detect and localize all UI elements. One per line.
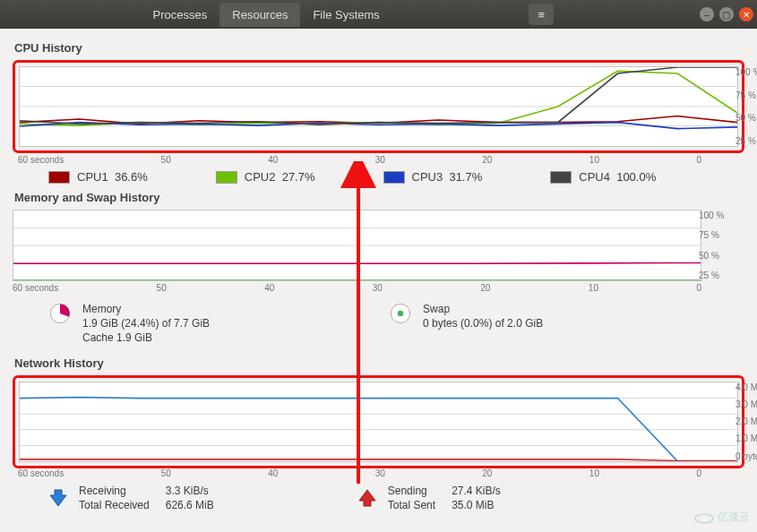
svg-marker-14: [359, 490, 375, 506]
ytick: 1.0 MiB/s: [735, 433, 757, 443]
download-arrow-icon: [48, 488, 68, 508]
swatch-icon: [48, 171, 70, 184]
xtick: 60 seconds: [18, 468, 64, 478]
watermark: 亿速云: [694, 510, 750, 525]
ytick: 100 %: [735, 67, 757, 77]
ytick: 25 %: [735, 136, 757, 146]
swatch-icon: [383, 171, 405, 184]
xtick: 50: [157, 283, 167, 293]
receiving-item: Receiving 3.3 KiB/s Total Received 626.6…: [48, 484, 214, 512]
titlebar: Processes Resources File Systems ≡ – ▢ ✕: [0, 0, 757, 29]
tab-bar: Processes Resources File Systems: [141, 3, 392, 27]
ytick: 50 %: [735, 113, 757, 123]
send-total-label: Total Sent: [388, 498, 435, 512]
cpu-legend: CPU1 36.6%CPU2 27.7%CPU3 31.7%CPU4 100.0…: [13, 165, 744, 187]
memory-item: Memory 1.9 GiB (24.4%) of 7.7 GiB Cache …: [48, 302, 210, 346]
swatch-icon: [216, 171, 237, 184]
mem-yaxis: 100 % 75 % 50 % 25 %: [699, 210, 738, 280]
recv-total: 626.6 MiB: [166, 498, 214, 512]
cpu-chart-svg: [20, 67, 737, 146]
ytick: 4.0 MiB/s: [735, 382, 757, 392]
xtick: 50: [161, 155, 171, 165]
ytick: 100 %: [699, 210, 738, 220]
close-button[interactable]: ✕: [739, 7, 753, 21]
xtick: 10: [589, 283, 598, 293]
xtick: 30: [373, 283, 383, 293]
xtick: 20: [480, 283, 490, 293]
xtick: 10: [589, 155, 599, 165]
svg-point-8: [398, 311, 404, 317]
cpu-xaxis: 60 seconds50403020100: [13, 155, 744, 165]
ytick: 25 %: [699, 270, 738, 280]
legend-label: CPU1 36.6%: [77, 170, 148, 184]
ytick: 2.0 MiB/s: [735, 416, 757, 426]
xtick: 0: [696, 468, 701, 478]
tab-processes[interactable]: Processes: [141, 3, 220, 27]
xtick: 0: [696, 155, 701, 165]
cpu-yaxis: 100 % 75 % 50 % 25 %: [735, 67, 757, 146]
memory-label: Memory: [82, 302, 210, 316]
ytick: 3.0 MiB/s: [735, 399, 757, 409]
xtick: 20: [482, 468, 492, 478]
window-controls: – ▢ ✕: [700, 7, 753, 21]
xtick: 30: [375, 468, 385, 478]
net-xaxis: 60 seconds50403020100: [13, 468, 744, 478]
memory-detail: 1.9 GiB (24.4%) of 7.7 GiB: [82, 316, 210, 330]
swap-label: Swap: [423, 302, 543, 316]
tab-resources[interactable]: Resources: [219, 3, 300, 27]
cpu-legend-item[interactable]: CPU4 100.0%: [550, 170, 709, 184]
cloud-icon: [694, 511, 714, 524]
ytick: 75 %: [735, 90, 757, 100]
mem-chart: 100 % 75 % 50 % 25 %: [13, 210, 701, 281]
ytick: 0 bytes/s: [735, 451, 757, 461]
svg-marker-13: [50, 490, 66, 506]
legend-label: CPU2 27.7%: [245, 170, 315, 184]
net-yaxis: 4.0 MiB/s 3.0 MiB/s 2.0 MiB/s 1.0 MiB/s …: [735, 382, 757, 461]
send-label: Sending: [388, 484, 435, 498]
swatch-icon: [550, 171, 572, 184]
mem-legend: Memory 1.9 GiB (24.4%) of 7.7 GiB Cache …: [13, 295, 744, 353]
ytick: 50 %: [699, 251, 738, 261]
swap-detail: 0 bytes (0.0%) of 2.0 GiB: [423, 316, 543, 330]
menu-button[interactable]: ≡: [529, 4, 554, 25]
sending-item: Sending 27.4 KiB/s Total Sent 35.0 MiB: [357, 484, 501, 512]
cpu-legend-item[interactable]: CPU1 36.6%: [48, 170, 207, 184]
xtick: 20: [482, 155, 492, 165]
xtick: 0: [696, 283, 701, 293]
legend-label: CPU4 100.0%: [579, 170, 656, 184]
xtick: 30: [375, 155, 385, 165]
send-total: 35.0 MiB: [452, 498, 501, 512]
ytick: 75 %: [699, 230, 738, 240]
net-chart-frame: 4.0 MiB/s 3.0 MiB/s 2.0 MiB/s 1.0 MiB/s …: [13, 375, 744, 468]
upload-arrow-icon: [357, 488, 377, 508]
net-chart: 4.0 MiB/s 3.0 MiB/s 2.0 MiB/s 1.0 MiB/s …: [19, 382, 738, 462]
recv-label: Receiving: [79, 484, 150, 498]
cpu-section-title: CPU History: [14, 41, 744, 55]
mem-section-title: Memory and Swap History: [14, 191, 744, 204]
net-section-title: Network History: [14, 356, 744, 370]
memory-pie-icon: [48, 302, 72, 325]
xtick: 60 seconds: [18, 155, 64, 165]
content: CPU History 100 % 75 % 50 % 25 % 60 seco…: [0, 29, 757, 527]
cpu-legend-item[interactable]: CPU3 31.7%: [383, 170, 542, 184]
mem-xaxis: 60 seconds50403020100: [13, 281, 701, 295]
send-rate: 27.4 KiB/s: [452, 484, 501, 498]
xtick: 40: [268, 468, 278, 478]
legend-label: CPU3 31.7%: [412, 170, 483, 184]
cpu-chart: 100 % 75 % 50 % 25 %: [19, 66, 738, 147]
net-legend: Receiving 3.3 KiB/s Total Received 626.6…: [13, 478, 744, 518]
cpu-legend-item[interactable]: CPU2 27.7%: [216, 170, 374, 184]
tab-filesystems[interactable]: File Systems: [300, 3, 391, 27]
cpu-chart-frame: 100 % 75 % 50 % 25 %: [13, 60, 744, 153]
cpu-lines: [20, 67, 737, 129]
xtick: 40: [268, 155, 278, 165]
net-chart-svg: [20, 382, 737, 461]
maximize-button[interactable]: ▢: [719, 7, 734, 21]
swap-item: Swap 0 bytes (0.0%) of 2.0 GiB: [389, 302, 543, 346]
xtick: 60 seconds: [13, 283, 58, 293]
recv-rate: 3.3 KiB/s: [166, 484, 214, 498]
swap-pie-icon: [389, 302, 412, 325]
recv-total-label: Total Received: [79, 498, 150, 512]
minimize-button[interactable]: –: [700, 7, 714, 21]
xtick: 50: [161, 468, 171, 478]
